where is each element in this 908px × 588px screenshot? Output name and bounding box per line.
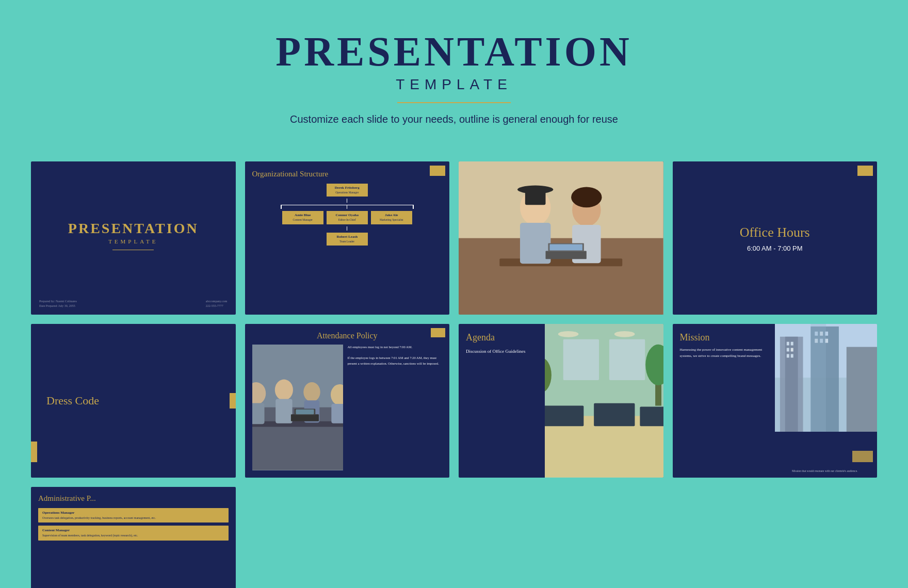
org-box-right: Jake Ale Marketing Specialist bbox=[371, 211, 412, 224]
slide6-text: All employees must log in not beyond 7:0… bbox=[347, 345, 442, 470]
slide-7-agenda[interactable]: Agenda Discussion of Office Guidelines bbox=[459, 324, 663, 477]
slide4-title: Office Hours bbox=[740, 224, 810, 240]
slide-1-presentation[interactable]: PRESENTATION TEMPLATE Prepared by: Naomi… bbox=[31, 161, 236, 315]
slide9-role2-desc: Supervision of team members, task delega… bbox=[42, 533, 224, 537]
svg-rect-2 bbox=[499, 258, 622, 266]
svg-point-20 bbox=[303, 382, 320, 402]
gold-rect-slide5 bbox=[31, 442, 37, 462]
slide9-role1: Operations Manager Oversees task delegat… bbox=[38, 508, 229, 522]
svg-rect-44 bbox=[787, 342, 789, 346]
org-line-v1 bbox=[347, 199, 347, 203]
slide8-text-area: Mission Harnessing the power of innovati… bbox=[673, 324, 779, 477]
svg-point-18 bbox=[274, 380, 293, 401]
slide1-title: PRESENTATION bbox=[68, 221, 199, 236]
svg-rect-57 bbox=[847, 347, 877, 432]
svg-rect-45 bbox=[790, 342, 793, 346]
org-box-ceo: Derek Fritsberg Operations Manager bbox=[327, 184, 368, 197]
slide8-body: Harnessing the power of innovative conte… bbox=[680, 347, 772, 358]
svg-rect-5 bbox=[525, 190, 546, 205]
slide9-role2: Content Manager Supervision of team memb… bbox=[38, 526, 229, 540]
slide-6-attendance[interactable]: Attendance Policy bbox=[245, 324, 450, 477]
svg-point-8 bbox=[571, 187, 602, 208]
slide8-gold-accent bbox=[852, 451, 873, 462]
org-box-bottom: Robert Leash Team Leader bbox=[327, 233, 368, 246]
slide9-role2-title: Content Manager bbox=[42, 528, 224, 532]
header-section: PRESENTATION TEMPLATE Customize each sli… bbox=[0, 0, 908, 146]
divider-line bbox=[397, 102, 511, 103]
gold-accent-slide6 bbox=[431, 328, 445, 337]
svg-rect-17 bbox=[252, 403, 265, 424]
org-chart: Derek Fritsberg Operations Manager Amie … bbox=[252, 184, 443, 246]
org-line-v2 bbox=[347, 226, 347, 231]
slide1-bottom-info: Prepared by: Naomi ColinaresDate Prepare… bbox=[39, 299, 228, 308]
svg-rect-26 bbox=[296, 410, 314, 414]
svg-point-37 bbox=[614, 331, 635, 337]
slide-8-mission[interactable]: Mission Harnessing the power of innovati… bbox=[673, 324, 878, 477]
slide8-footer: Mission that would resonate with our cli… bbox=[778, 469, 872, 472]
slide6-title: Attendance Policy bbox=[252, 331, 443, 340]
slide9-title: Administrative P... bbox=[38, 494, 229, 503]
slide7-photo bbox=[545, 324, 663, 477]
slide-9-administrative[interactable]: Administrative P... Operations Manager O… bbox=[31, 487, 236, 588]
header-description: Customize each slide to your needs, outl… bbox=[10, 113, 898, 125]
slide8-photo bbox=[775, 324, 877, 431]
sub-title: TEMPLATE bbox=[10, 76, 898, 93]
gold-accent-slide5 bbox=[230, 393, 236, 409]
svg-rect-19 bbox=[275, 399, 292, 423]
slide-5-dress-code[interactable]: Dress Code bbox=[31, 324, 236, 477]
svg-rect-15 bbox=[252, 421, 344, 427]
slide2-title: Organizational Structure bbox=[252, 170, 443, 178]
slide7-body: Discussion of Office Guidelines bbox=[466, 348, 543, 355]
svg-rect-48 bbox=[787, 354, 789, 358]
slide9-role1-desc: Oversees task delegation, productivity t… bbox=[42, 516, 224, 520]
slide1-subtitle: TEMPLATE bbox=[108, 238, 158, 244]
svg-rect-23 bbox=[331, 404, 344, 423]
slide6-content: All employees must log in not beyond 7:0… bbox=[252, 345, 443, 470]
slides-container: PRESENTATION TEMPLATE Prepared by: Naomi… bbox=[0, 146, 908, 588]
gold-accent-top-right bbox=[430, 166, 445, 176]
slide5-title: Dress Code bbox=[46, 394, 99, 407]
slide-4-office-hours[interactable]: Office Hours 6:00 AM - 7:00 PM bbox=[673, 161, 878, 315]
org-box-center: Connor Oyaha Editor-In-Chief bbox=[327, 211, 368, 224]
svg-rect-31 bbox=[640, 407, 663, 427]
svg-rect-39 bbox=[609, 339, 644, 380]
slide7-text-area: Agenda Discussion of Office Guidelines bbox=[459, 324, 550, 477]
main-title: PRESENTATION bbox=[10, 31, 898, 72]
slide4-hours: 6:00 AM - 7:00 PM bbox=[747, 244, 803, 252]
slide6-photo bbox=[252, 345, 344, 470]
slide-3-photo[interactable] bbox=[459, 161, 663, 315]
slide1-prepared: Prepared by: Naomi ColinaresDate Prepare… bbox=[39, 299, 77, 308]
svg-rect-29 bbox=[545, 406, 583, 427]
svg-rect-10 bbox=[546, 251, 587, 259]
slide1-divider bbox=[112, 250, 154, 250]
svg-rect-30 bbox=[594, 403, 635, 427]
svg-rect-49 bbox=[790, 354, 793, 358]
slide8-title: Mission bbox=[680, 332, 772, 343]
gold-accent-slide4 bbox=[857, 166, 873, 176]
slide7-title: Agenda bbox=[466, 332, 543, 343]
svg-rect-24 bbox=[290, 415, 318, 422]
svg-rect-12 bbox=[549, 244, 582, 251]
svg-rect-46 bbox=[787, 348, 789, 352]
org-box-left: Amie Blue Content Manager bbox=[282, 211, 323, 224]
svg-rect-58 bbox=[810, 324, 826, 431]
svg-rect-47 bbox=[790, 348, 793, 352]
org-level-2: Amie Blue Content Manager Connor Oyaha E… bbox=[282, 211, 412, 224]
slide9-role1-title: Operations Manager bbox=[42, 511, 224, 515]
svg-rect-38 bbox=[563, 339, 598, 380]
slide-2-org-structure[interactable]: Organizational Structure Derek Fritsberg… bbox=[245, 161, 450, 315]
slide1-contact: abccompany.com222-555-7777 bbox=[206, 299, 228, 308]
svg-point-36 bbox=[558, 331, 578, 337]
